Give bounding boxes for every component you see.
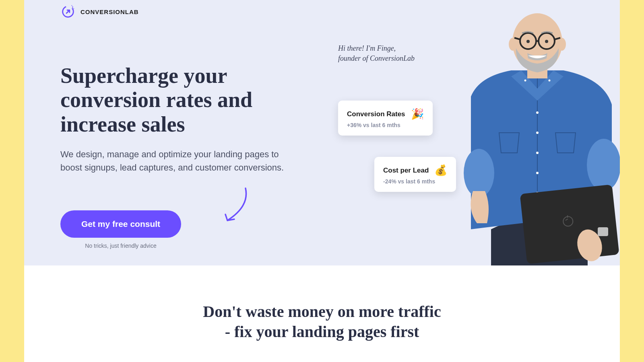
svg-point-3: [72, 5, 72, 6]
svg-point-18: [558, 38, 566, 51]
stat-card-title: Conversion Rates: [347, 110, 405, 118]
cta-button[interactable]: Get my free consult: [60, 210, 181, 238]
section-headline-line1: Don't waste money on more traffic: [48, 302, 596, 322]
section-traffic: Don't waste money on more traffic - fix …: [24, 265, 620, 342]
svg-point-11: [536, 172, 539, 174]
cta-wrap: Get my free consult No tricks, just frie…: [60, 210, 181, 249]
section-headline-line2: - fix your landing pages first: [48, 322, 596, 342]
section-headline: Don't waste money on more traffic - fix …: [48, 302, 596, 342]
stat-card-cost: Cost per Lead 💰 -24% vs last 6 mths: [374, 157, 456, 192]
svg-point-8: [536, 111, 539, 114]
svg-point-14: [549, 80, 551, 82]
svg-point-25: [545, 40, 548, 43]
cta-note: No tricks, just friendly advice: [60, 243, 181, 249]
logo-icon: [60, 4, 76, 19]
founder-portrait: [443, 4, 620, 265]
speech-line-1: Hi there! I'm Finge,: [338, 43, 415, 53]
svg-point-5: [587, 139, 620, 191]
hero-subhead: We design, manage and optimize your land…: [60, 148, 286, 174]
svg-point-13: [524, 80, 526, 82]
svg-point-9: [536, 132, 539, 134]
svg-point-1: [72, 6, 73, 8]
svg-point-24: [526, 40, 530, 43]
svg-rect-28: [598, 227, 608, 236]
svg-point-4: [464, 149, 494, 197]
svg-point-10: [536, 152, 539, 154]
stat-card-sub: -24% vs last 6 mths: [383, 178, 447, 185]
hero-section: CONVERSIONLAB Supercharge your conversio…: [24, 0, 620, 265]
page-frame: CONVERSIONLAB Supercharge your conversio…: [24, 0, 620, 362]
arrow-icon: [221, 186, 254, 226]
svg-point-17: [509, 38, 517, 51]
svg-point-2: [73, 8, 74, 9]
founder-speech: Hi there! I'm Finge, founder of Conversi…: [338, 43, 415, 64]
moneybag-icon: 💰: [434, 164, 447, 177]
speech-line-2: founder of ConversionLab: [338, 53, 415, 64]
stat-card-conversion: Conversion Rates 🎉 +36% vs last 6 mths: [338, 101, 433, 136]
logo-text: CONVERSIONLAB: [80, 8, 139, 15]
svg-rect-26: [520, 184, 619, 264]
stat-card-title: Cost per Lead: [383, 167, 429, 175]
stat-card-sub: +36% vs last 6 mths: [347, 122, 424, 128]
hero-content: Supercharge your conversion rates and in…: [60, 64, 322, 249]
hero-headline: Supercharge your conversion rates and in…: [60, 64, 322, 136]
party-icon: 🎉: [411, 108, 424, 120]
